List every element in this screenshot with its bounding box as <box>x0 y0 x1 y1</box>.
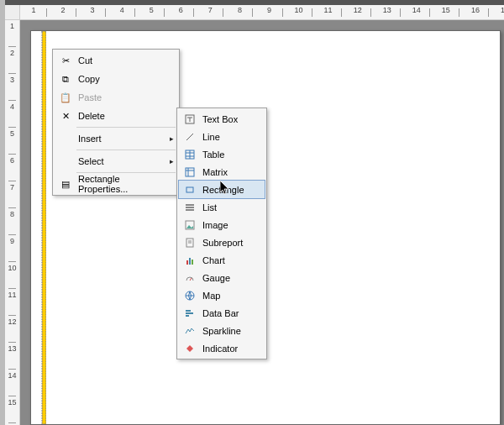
svg-rect-18 <box>186 260 188 265</box>
v-tick: 13 <box>5 343 19 370</box>
insert-sparkline[interactable]: Sparkline <box>179 322 265 339</box>
v-tick: 11 <box>5 289 19 316</box>
v-tick: 2 <box>5 47 19 74</box>
insert-table[interactable]: Table <box>179 145 265 163</box>
menu-properties[interactable]: ▤ Rectangle Properties... <box>55 175 177 193</box>
menu-label: Map <box>197 291 265 301</box>
v-tick: 14 <box>5 370 19 396</box>
databar-icon <box>182 307 197 318</box>
menu-label: List <box>197 202 265 212</box>
h-tick: 4 <box>108 5 135 20</box>
menu-label: Indicator <box>197 344 265 354</box>
svg-rect-9 <box>186 187 193 192</box>
menu-label: Paste <box>73 92 164 102</box>
menu-label: Rectangle <box>197 185 265 195</box>
menu-separator <box>76 127 176 128</box>
menu-label: Copy <box>73 74 164 84</box>
selected-rectangle[interactable] <box>42 31 46 424</box>
chart-icon <box>182 254 197 265</box>
v-tick: 1 <box>5 20 19 47</box>
insert-line[interactable]: Line <box>179 128 265 145</box>
menu-select[interactable]: Select <box>55 152 177 171</box>
menu-label: Matrix <box>197 167 265 177</box>
h-tick: 7 <box>197 5 223 20</box>
ruler-corner <box>5 5 20 20</box>
insert-image[interactable]: Image <box>179 216 265 233</box>
menu-label: Sparkline <box>197 326 265 336</box>
indicator-icon <box>182 343 197 354</box>
menu-insert[interactable]: Insert <box>55 129 177 148</box>
properties-icon: ▤ <box>58 179 73 190</box>
menu-copy[interactable]: ⧉ Copy <box>55 70 177 88</box>
delete-icon: ✕ <box>58 111 73 122</box>
v-tick: 3 <box>5 74 19 101</box>
menu-label: Image <box>197 220 265 230</box>
v-tick: 4 <box>5 101 19 128</box>
insert-gauge[interactable]: Gauge <box>179 269 265 286</box>
insert-map[interactable]: Map <box>179 286 265 304</box>
menu-label: Cut <box>73 55 164 66</box>
h-tick: 12 <box>344 5 371 20</box>
menu-label: Insert <box>73 134 164 144</box>
vertical-ruler[interactable]: 1 2 3 4 5 6 7 8 9 10 11 12 13 14 15 <box>5 20 20 425</box>
insert-matrix[interactable]: Matrix <box>179 163 265 181</box>
svg-rect-24 <box>186 310 191 312</box>
insert-list[interactable]: List <box>179 198 265 216</box>
v-tick: 5 <box>5 128 19 155</box>
menu-paste[interactable]: 📋 Paste <box>55 88 177 107</box>
v-tick: 9 <box>5 235 19 262</box>
insert-subreport[interactable]: Subreport <box>179 233 265 251</box>
svg-rect-12 <box>186 209 194 211</box>
menu-label: Chart <box>197 255 265 265</box>
insert-rectangle[interactable]: Rectangle <box>178 180 265 199</box>
insert-submenu: Text Box Line Table Matrix Rectangle Lis… <box>176 108 267 359</box>
table-icon <box>182 149 197 160</box>
line-icon <box>182 131 197 142</box>
menu-separator <box>76 150 176 150</box>
svg-rect-10 <box>186 204 194 206</box>
menu-label: Select <box>73 156 164 166</box>
map-icon <box>182 290 197 301</box>
menu-label: Data Bar <box>197 308 265 318</box>
insert-indicator[interactable]: Indicator <box>179 339 265 357</box>
copy-icon: ⧉ <box>58 74 73 85</box>
svg-rect-11 <box>186 207 194 208</box>
menu-cut[interactable]: ✂ Cut <box>55 51 177 70</box>
h-tick: 3 <box>79 5 106 20</box>
textbox-icon <box>182 113 197 124</box>
svg-rect-19 <box>189 258 191 265</box>
insert-textbox[interactable]: Text Box <box>179 110 265 128</box>
image-icon <box>182 219 197 230</box>
svg-rect-26 <box>186 315 189 317</box>
h-tick: 16 <box>462 5 489 20</box>
list-icon <box>182 202 197 212</box>
h-tick: 5 <box>138 5 165 20</box>
h-tick: 1 <box>20 5 47 20</box>
horizontal-ruler[interactable]: 1 2 3 4 5 6 7 8 9 10 11 12 13 14 15 16 1… <box>20 5 504 20</box>
menu-label: Rectangle Properties... <box>73 174 164 194</box>
menu-delete[interactable]: ✕ Delete <box>55 107 177 125</box>
h-tick: 10 <box>286 5 312 20</box>
cut-icon: ✂ <box>58 55 73 66</box>
insert-databar[interactable]: Data Bar <box>179 304 265 322</box>
v-tick: 15 <box>5 396 19 423</box>
h-tick: 8 <box>226 5 253 20</box>
menu-label: Text Box <box>197 114 265 124</box>
v-tick: 7 <box>5 181 19 208</box>
h-tick: 9 <box>256 5 283 20</box>
rectangle-icon <box>182 184 197 195</box>
h-tick: 2 <box>50 5 76 20</box>
menu-separator <box>76 172 176 173</box>
paste-icon: 📋 <box>58 92 73 103</box>
context-menu: ✂ Cut ⧉ Copy 📋 Paste ✕ Delete Insert Sel… <box>52 49 180 196</box>
h-tick: 14 <box>403 5 430 20</box>
h-tick: 6 <box>167 5 194 20</box>
menu-label: Delete <box>73 111 164 121</box>
sparkline-icon <box>182 325 197 336</box>
h-tick: 15 <box>433 5 459 20</box>
svg-rect-6 <box>186 168 194 176</box>
insert-chart[interactable]: Chart <box>179 251 265 269</box>
menu-label: Table <box>197 150 265 160</box>
svg-line-21 <box>190 278 192 281</box>
subreport-icon <box>182 237 197 248</box>
